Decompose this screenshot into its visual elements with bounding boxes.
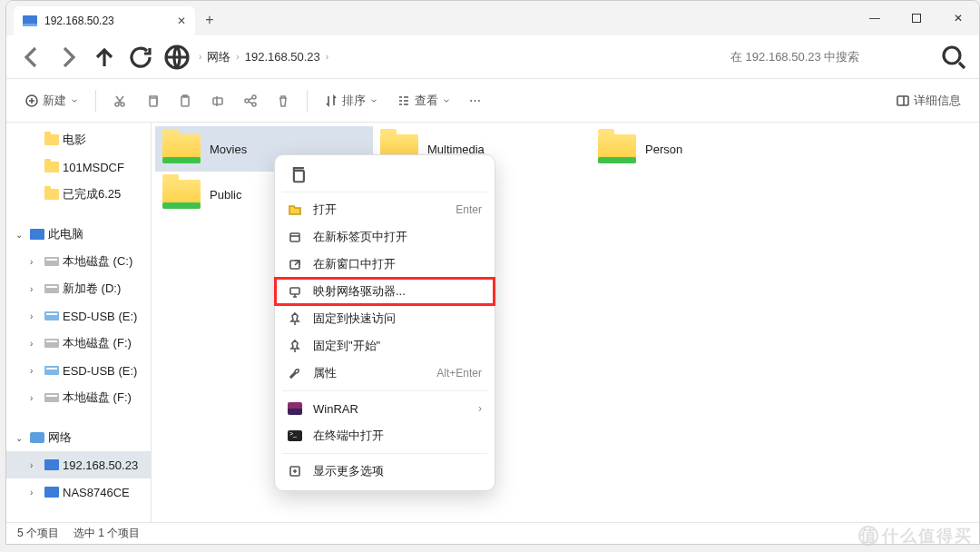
shared-folder-icon bbox=[598, 134, 636, 163]
sidebar-item-drive-e2[interactable]: ›ESD-USB (E:) bbox=[6, 357, 151, 384]
chevron-right-icon: › bbox=[30, 366, 41, 376]
divider bbox=[307, 90, 308, 112]
window-controls: — ✕ bbox=[854, 1, 979, 35]
sidebar-item-movies[interactable]: ›电影 bbox=[6, 126, 151, 153]
ctx-properties[interactable]: 属性Alt+Enter bbox=[275, 360, 495, 387]
up-button[interactable] bbox=[90, 43, 119, 72]
chevron-right-icon: › bbox=[30, 460, 41, 470]
new-label: 新建 bbox=[43, 93, 66, 109]
breadcrumb[interactable]: › 网络 › 192.168.50.23 › bbox=[199, 49, 716, 65]
watermark: 值什么值得买 bbox=[858, 525, 973, 547]
globe-icon[interactable] bbox=[162, 43, 191, 72]
shared-folder-icon bbox=[162, 134, 201, 163]
maximize-button[interactable] bbox=[896, 1, 937, 35]
drive-icon bbox=[44, 257, 59, 266]
close-button[interactable]: ✕ bbox=[937, 1, 979, 35]
sort-button[interactable]: 排序 bbox=[317, 86, 386, 115]
chevron-right-icon: › bbox=[199, 52, 201, 62]
cut-button[interactable] bbox=[105, 86, 134, 115]
svg-rect-14 bbox=[290, 233, 299, 242]
sidebar: ›电影 ›101MSDCF ›已完成6.25 ⌄此电脑 ›本地磁盘 (C:) ›… bbox=[6, 123, 152, 522]
more-button[interactable]: ⋯ bbox=[462, 86, 488, 115]
refresh-button[interactable] bbox=[126, 43, 155, 72]
network-icon bbox=[30, 432, 44, 443]
pin-icon bbox=[288, 339, 302, 353]
sidebar-item-drive-f2[interactable]: ›本地磁盘 (F:) bbox=[6, 384, 151, 411]
monitor-icon bbox=[44, 459, 59, 470]
sidebar-item-drive-f[interactable]: ›本地磁盘 (F:) bbox=[6, 330, 151, 357]
view-button[interactable]: 查看 bbox=[389, 86, 458, 115]
view-label: 查看 bbox=[415, 93, 438, 109]
status-count: 5 个项目 bbox=[17, 526, 59, 541]
svg-point-10 bbox=[245, 99, 249, 103]
chevron-right-icon: › bbox=[30, 257, 41, 267]
delete-button[interactable] bbox=[269, 86, 298, 115]
chevron-right-icon: › bbox=[30, 339, 41, 349]
svg-rect-5 bbox=[150, 98, 157, 106]
sidebar-item-drive-e[interactable]: ›ESD-USB (E:) bbox=[6, 302, 151, 330]
sidebar-item-done625[interactable]: ›已完成6.25 bbox=[6, 181, 151, 208]
folder-person[interactable]: Person bbox=[591, 126, 808, 172]
more-icon bbox=[288, 464, 302, 478]
share-button[interactable] bbox=[236, 86, 265, 115]
crumb-network[interactable]: 网络 bbox=[207, 49, 230, 65]
svg-point-1 bbox=[944, 47, 960, 64]
divider bbox=[95, 90, 96, 112]
search-icon[interactable] bbox=[939, 43, 968, 72]
usb-drive-icon bbox=[44, 311, 59, 320]
new-button[interactable]: 新建 bbox=[17, 86, 86, 115]
new-tab-button[interactable]: + bbox=[195, 12, 224, 28]
toolbar: 新建 排序 查看 ⋯ 详细信息 bbox=[6, 79, 979, 123]
ctx-winrar[interactable]: WinRAR› bbox=[275, 395, 495, 422]
drive-icon bbox=[44, 393, 59, 402]
search-input[interactable] bbox=[723, 44, 932, 71]
map-drive-icon bbox=[288, 284, 302, 299]
tab-title: 192.168.50.23 bbox=[44, 15, 170, 27]
shared-folder-icon bbox=[162, 180, 201, 209]
sidebar-item-host-2[interactable]: ›NAS8746CE bbox=[6, 478, 151, 506]
ctx-map-network-drive[interactable]: 映射网络驱动器... bbox=[275, 278, 495, 305]
context-menu: 打开Enter 在新标签页中打开 在新窗口中打开 映射网络驱动器... 固定到快… bbox=[274, 154, 495, 491]
sidebar-item-101msdcf[interactable]: ›101MSDCF bbox=[6, 153, 151, 181]
pc-icon bbox=[30, 229, 44, 240]
copy-icon[interactable] bbox=[288, 164, 308, 184]
forward-button[interactable] bbox=[54, 43, 83, 72]
ctx-open-newtab[interactable]: 在新标签页中打开 bbox=[275, 223, 495, 251]
paste-button[interactable] bbox=[171, 86, 200, 115]
sidebar-item-thispc[interactable]: ⌄此电脑 bbox=[6, 221, 151, 248]
details-button[interactable]: 详细信息 bbox=[888, 86, 968, 115]
back-button[interactable] bbox=[17, 43, 46, 72]
svg-rect-13 bbox=[294, 171, 304, 182]
ctx-open-terminal[interactable]: 在终端中打开 bbox=[275, 422, 495, 449]
rename-button[interactable] bbox=[203, 86, 232, 115]
ctx-open[interactable]: 打开Enter bbox=[275, 196, 495, 223]
details-label: 详细信息 bbox=[914, 93, 961, 109]
sort-label: 排序 bbox=[342, 93, 366, 109]
status-bar: 5 个项目 选中 1 个项目 bbox=[6, 522, 979, 544]
svg-rect-8 bbox=[213, 98, 222, 104]
sidebar-item-drive-c[interactable]: ›本地磁盘 (C:) bbox=[6, 248, 151, 275]
close-tab-icon[interactable]: ✕ bbox=[177, 15, 186, 27]
usb-drive-icon bbox=[44, 366, 59, 375]
sidebar-item-drive-d[interactable]: ›新加卷 (D:) bbox=[6, 275, 151, 302]
chevron-down-icon: ⌄ bbox=[15, 433, 26, 443]
chevron-down-icon: ⌄ bbox=[15, 230, 26, 240]
separator bbox=[282, 192, 487, 192]
sidebar-item-host-1[interactable]: ›192.168.50.23 bbox=[6, 451, 151, 478]
ctx-pin-quick[interactable]: 固定到快速访问 bbox=[275, 305, 495, 332]
chevron-right-icon: › bbox=[30, 488, 41, 498]
tab-active[interactable]: 192.168.50.23 ✕ bbox=[14, 6, 195, 35]
crumb-host[interactable]: 192.168.50.23 bbox=[245, 50, 320, 64]
winrar-icon bbox=[288, 402, 302, 415]
drive-icon bbox=[44, 339, 59, 348]
folder-icon bbox=[44, 162, 59, 172]
minimize-button[interactable]: — bbox=[854, 1, 896, 35]
monitor-icon bbox=[44, 487, 59, 498]
ctx-show-more[interactable]: 显示更多选项 bbox=[275, 458, 495, 485]
chevron-right-icon: › bbox=[30, 284, 41, 294]
ctx-pin-start[interactable]: 固定到"开始" bbox=[275, 332, 495, 360]
copy-button[interactable] bbox=[138, 86, 167, 115]
ctx-open-newwin[interactable]: 在新窗口中打开 bbox=[275, 251, 495, 278]
svg-rect-16 bbox=[290, 288, 299, 294]
sidebar-item-network[interactable]: ⌄网络 bbox=[6, 424, 151, 451]
